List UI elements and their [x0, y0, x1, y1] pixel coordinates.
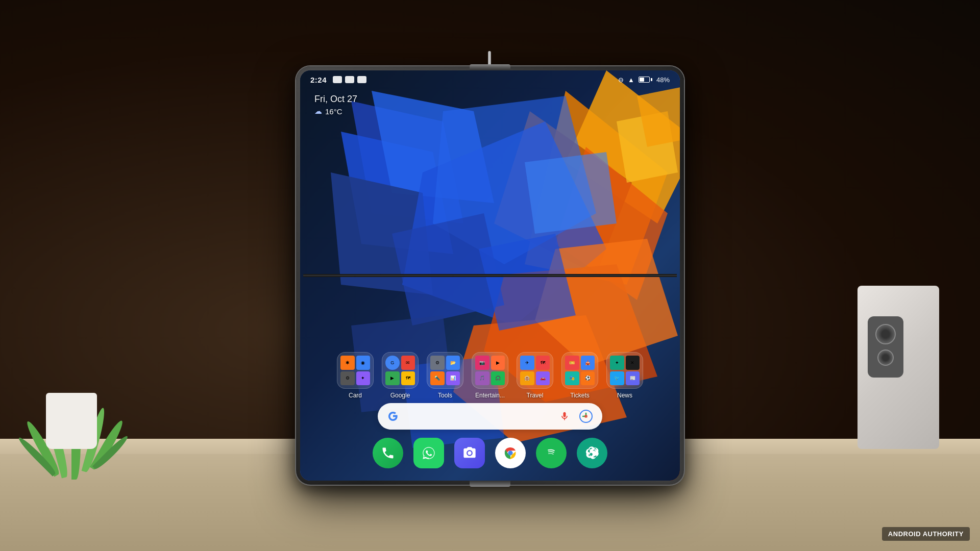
mini-app-travel-4: 🚗	[536, 371, 550, 386]
mini-app-ent-2: ▶	[491, 356, 505, 370]
folder-tickets-icon[interactable]: 🎫 🎪 🎭 ⚽	[561, 352, 598, 389]
folder-entertainment[interactable]: 📷 ▶ 🎵 🎧 Entertain...	[472, 352, 508, 399]
mini-app-ent-1: 📷	[475, 356, 489, 370]
phone-screen: 2:24 ⊖ ▲	[300, 70, 680, 481]
weather-widget: ☁ 16°C	[314, 107, 357, 116]
mini-app-ent-4: 🎧	[491, 371, 505, 386]
notif-icon-3	[357, 76, 366, 83]
mini-app-tickets-1: 🎫	[565, 356, 579, 370]
mini-app-google-3: ▶	[385, 371, 400, 386]
mini-app-news-4: 📰	[626, 371, 640, 386]
folder-tickets[interactable]: 🎫 🎪 🎭 ⚽ Tickets	[561, 352, 598, 399]
folder-card-icon[interactable]: ✱ ◉ ⚙ ✦	[337, 352, 374, 389]
mini-app-card-4: ✦	[356, 371, 371, 386]
battery-fill	[640, 78, 644, 82]
status-right: ⊖ ▲ 48%	[618, 76, 670, 84]
watermark-brand: ANDROID	[888, 530, 923, 538]
folder-entertainment-label: Entertain...	[475, 392, 505, 399]
mini-app-google-4: 🗺	[401, 371, 415, 386]
folder-google[interactable]: G ✉ ▶ 🗺 Google	[382, 352, 419, 399]
folder-card[interactable]: ✱ ◉ ⚙ ✦ Card	[337, 352, 374, 399]
mini-app-news-3: 🐦	[610, 371, 624, 386]
fold-seam	[303, 274, 677, 277]
app-grid: ✱ ◉ ⚙ ✦ Card G ✉ ▶ 🗺	[337, 352, 643, 399]
notif-icon-2	[345, 76, 354, 83]
phone-device: 2:24 ⊖ ▲	[296, 66, 684, 485]
date-text: Fri, Oct 27	[314, 94, 357, 105]
mini-app-tickets-3: 🎭	[565, 371, 579, 386]
battery-percent: 48%	[656, 76, 670, 84]
folder-tools[interactable]: ⚙ 📂 🔦 📊 Tools	[427, 352, 463, 399]
folder-news-icon[interactable]: ✦ ✕ 🐦 📰	[606, 352, 643, 389]
mini-app-google-2: ✉	[401, 356, 415, 370]
watermark-site: AUTHORITY	[923, 530, 964, 538]
mini-app-tools-2: 📂	[446, 356, 460, 370]
dock	[373, 438, 607, 468]
lens-search-button[interactable]	[578, 408, 594, 424]
folder-google-label: Google	[390, 392, 410, 399]
watermark: ANDROID AUTHORITY	[882, 527, 970, 541]
date-widget: Fri, Oct 27 ☁ 16°C	[314, 94, 357, 116]
box-camera-module	[868, 316, 903, 378]
folder-google-icon[interactable]: G ✉ ▶ 🗺	[382, 352, 419, 389]
mini-app-google-1: G	[385, 356, 400, 370]
dock-spotify[interactable]	[536, 438, 567, 468]
folder-travel-icon[interactable]: ✈ 🗺 🏨 🚗	[517, 352, 553, 389]
mini-app-tools-1: ⚙	[430, 356, 445, 370]
folder-news[interactable]: ✦ ✕ 🐦 📰 News	[606, 352, 643, 399]
folder-travel[interactable]: ✈ 🗺 🏨 🚗 Travel	[517, 352, 553, 399]
box-face	[857, 286, 939, 449]
search-bar[interactable]	[378, 403, 602, 430]
folder-tools-label: Tools	[438, 392, 452, 399]
phone-box	[837, 270, 939, 449]
box-camera-lens-2	[877, 349, 894, 366]
folder-card-label: Card	[349, 392, 362, 399]
google-logo	[386, 409, 400, 423]
battery-tip	[651, 78, 652, 81]
dock-chrome[interactable]	[495, 438, 526, 468]
mini-app-travel-2: 🗺	[536, 356, 550, 370]
mini-app-ent-3: 🎵	[475, 371, 489, 386]
svg-marker-15	[525, 152, 617, 234]
plant-decoration	[15, 245, 128, 449]
notification-icons	[333, 76, 366, 83]
dnd-icon: ⊖	[618, 76, 624, 84]
folder-tools-icon[interactable]: ⚙ 📂 🔦 📊	[427, 352, 463, 389]
mini-app-travel-1: ✈	[520, 356, 534, 370]
mini-app-news-1: ✦	[610, 356, 624, 370]
mini-app-card-2: ◉	[356, 356, 371, 370]
folder-entertainment-icon[interactable]: 📷 ▶ 🎵 🎧	[472, 352, 508, 389]
whatsapp-icon	[422, 446, 436, 460]
google-lens-icon	[579, 409, 593, 423]
box-camera-lens-1	[875, 324, 896, 344]
dock-chatgpt[interactable]	[577, 438, 607, 468]
mini-app-news-2: ✕	[626, 356, 640, 370]
weather-cloud-icon: ☁	[314, 107, 322, 116]
plant-pot	[46, 393, 97, 449]
dock-camera[interactable]	[454, 438, 485, 468]
svg-point-22	[584, 415, 587, 418]
folder-tickets-label: Tickets	[570, 392, 590, 399]
phone-icon	[381, 446, 395, 460]
chatgpt-icon	[585, 446, 599, 460]
mini-app-card-3: ⚙	[340, 371, 355, 386]
status-time: 2:24	[310, 76, 327, 84]
mini-app-travel-3: 🏨	[520, 371, 534, 386]
battery-body	[639, 77, 650, 83]
status-bar: 2:24 ⊖ ▲	[300, 70, 680, 89]
notif-icon-1	[333, 76, 342, 83]
mini-app-card-1: ✱	[340, 356, 355, 370]
phone-body: 2:24 ⊖ ▲	[296, 66, 684, 485]
mini-app-tickets-4: ⚽	[581, 371, 595, 386]
mini-app-tools-3: 🔦	[430, 371, 445, 386]
folder-news-label: News	[617, 392, 632, 399]
svg-point-24	[545, 447, 557, 459]
dock-phone[interactable]	[373, 438, 403, 468]
chrome-icon	[503, 446, 518, 460]
mini-app-tickets-2: 🎪	[581, 356, 595, 370]
wallpaper: 2:24 ⊖ ▲	[300, 70, 680, 481]
status-left: 2:24	[310, 76, 366, 84]
folder-travel-label: Travel	[527, 392, 544, 399]
voice-search-button[interactable]	[556, 408, 573, 424]
dock-whatsapp[interactable]	[413, 438, 444, 468]
